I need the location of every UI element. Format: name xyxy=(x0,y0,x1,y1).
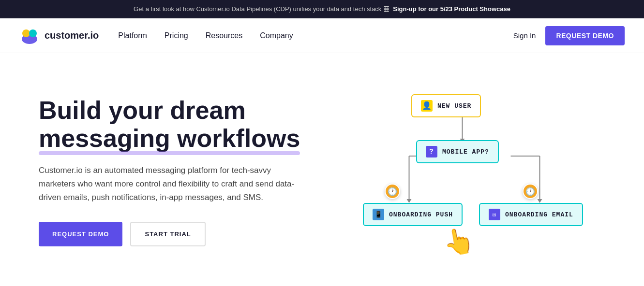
workflow-node-onboarding-email: ✉ ONBOARDING EMAIL xyxy=(479,203,583,226)
top-banner: Get a first look at how Customer.io Data… xyxy=(0,0,644,18)
clock-badge-right: 🕐 xyxy=(523,184,538,199)
workflow-diagram: 👤 NEW USER ? MOBILE APP? 🕐 🕐 📱 ONBOARDIN… xyxy=(358,85,605,258)
hero-section: Build your dream messaging workflows Cus… xyxy=(0,53,644,286)
request-demo-button[interactable]: REQUEST DEMO xyxy=(39,222,122,246)
node-label-onboarding-email: ONBOARDING EMAIL xyxy=(505,211,573,218)
hero-content: Build your dream messaging workflows Cus… xyxy=(39,97,339,246)
nav-pricing[interactable]: Pricing xyxy=(165,31,188,40)
push-icon: 📱 xyxy=(373,209,384,220)
nav-platform[interactable]: Platform xyxy=(118,31,147,40)
hero-buttons: REQUEST DEMO START TRIAL xyxy=(39,222,339,246)
nav-request-demo-button[interactable]: REQUEST DEMO xyxy=(545,26,625,45)
hero-title-line2: messaging workflows xyxy=(39,125,300,152)
node-label-onboarding-push: ONBOARDING PUSH xyxy=(389,211,453,218)
workflow-connectors xyxy=(358,85,605,258)
svg-point-2 xyxy=(29,29,37,37)
sign-in-button[interactable]: Sign In xyxy=(513,31,536,40)
cursor-hand-icon: 👆 xyxy=(440,225,477,259)
node-label-mobile-app: MOBILE APP? xyxy=(442,148,489,156)
workflow-node-mobile-app: ? MOBILE APP? xyxy=(416,140,499,163)
nav-links: Platform Pricing Resources Company xyxy=(118,31,513,40)
hero-description: Customer.io is an automated messaging pl… xyxy=(39,164,300,204)
clock-badge-left: 🕐 xyxy=(385,184,400,199)
hero-title: Build your dream messaging workflows xyxy=(39,97,339,152)
logo[interactable]: customer.io xyxy=(19,26,99,46)
banner-link[interactable]: Sign-up for our 5/23 Product Showcase xyxy=(393,5,510,13)
nav-company[interactable]: Company xyxy=(260,31,293,40)
user-icon: 👤 xyxy=(421,100,433,112)
svg-marker-7 xyxy=(407,199,412,203)
mobile-icon: ? xyxy=(426,146,437,157)
start-trial-button[interactable]: START TRIAL xyxy=(130,222,205,246)
svg-point-1 xyxy=(22,29,30,37)
banner-text: Get a first look at how Customer.io Data… xyxy=(134,5,389,13)
node-label-new-user: NEW USER xyxy=(437,102,471,110)
logo-text: customer.io xyxy=(45,30,99,41)
email-icon: ✉ xyxy=(489,209,500,220)
navbar: customer.io Platform Pricing Resources C… xyxy=(0,18,644,53)
hero-illustration: 👤 NEW USER ? MOBILE APP? 🕐 🕐 📱 ONBOARDIN… xyxy=(358,85,605,258)
workflow-node-onboarding-push: 📱 ONBOARDING PUSH xyxy=(363,203,463,226)
workflow-node-new-user: 👤 NEW USER xyxy=(411,94,481,117)
svg-marker-10 xyxy=(538,199,542,203)
logo-icon xyxy=(19,26,40,46)
nav-right: Sign In REQUEST DEMO xyxy=(513,26,625,45)
hero-title-line1: Build your dream xyxy=(39,96,246,124)
nav-resources[interactable]: Resources xyxy=(206,31,242,40)
